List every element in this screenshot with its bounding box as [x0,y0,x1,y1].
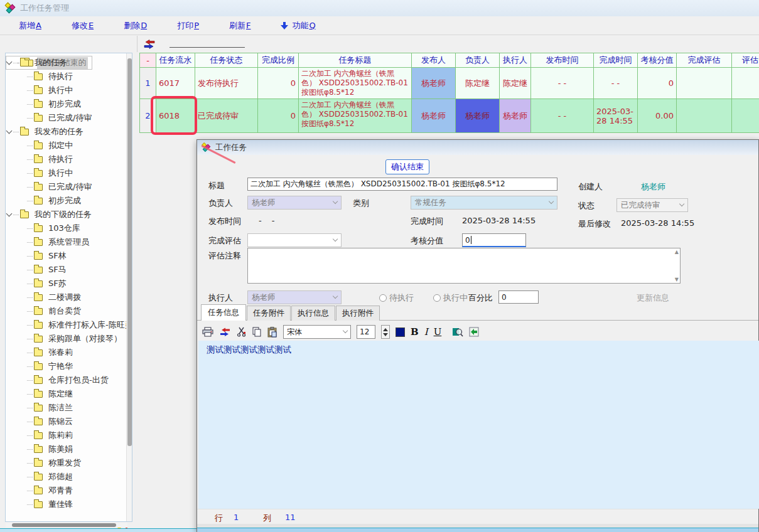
toolbar-button-F[interactable]: 刷新F [223,18,257,34]
tree-item[interactable]: 标准件打标入库-陈旺勇 [6,318,132,332]
table-header-cell[interactable]: 负责人 [456,53,500,68]
tree-item[interactable]: SF林 [6,249,132,263]
scrollbar-thumb[interactable] [127,58,132,446]
tree-item[interactable]: 陈莉莉 [6,428,132,442]
tree-item[interactable]: SF苏 [6,277,132,290]
table-header-cell[interactable]: 完成评估 [677,53,732,68]
underline-button[interactable]: U [434,326,442,338]
find-icon[interactable] [452,327,463,337]
table-cell[interactable]: 陈定继 [500,68,531,99]
tree-item[interactable]: 系统管理员 [6,235,132,249]
tab-1[interactable]: 任务信息 [201,304,246,321]
table-header-cell[interactable]: 任务标题 [299,53,412,68]
table-cell[interactable] [677,68,732,99]
table-header-cell[interactable]: 任务状态 [195,53,258,68]
editor-area[interactable]: 测试测试测试测试测试 [198,341,759,509]
table-cell[interactable]: - - [531,68,594,99]
toolbar-button-E[interactable]: 修改E [65,18,100,34]
table-cell[interactable]: 2025-03-28 14:55 [594,99,638,133]
table-cell[interactable]: 二次加工 内六角螺丝（铁黑色） XSDD250315002.TB-01 按图纸φ… [299,68,412,99]
table-cell[interactable]: 杨老师 [412,99,456,133]
table-cell[interactable]: 杨老师 [456,99,500,133]
tree-item[interactable]: 陈锦云 [6,415,132,428]
table-cell[interactable]: 已完成待审 [195,99,258,133]
toolbar-button-D[interactable]: 删除D [117,18,153,34]
score-input[interactable]: 0 [462,233,526,247]
filter-input-underline[interactable] [170,47,245,48]
tree-item[interactable]: 初步完成 [6,97,132,111]
paste-icon[interactable] [267,327,277,338]
eval-select[interactable] [247,233,342,247]
status-select[interactable]: 已完成待审 [616,198,688,212]
italic-button[interactable]: I [424,326,428,338]
tree-item[interactable]: 宁艳华 [6,359,132,373]
table-cell[interactable]: 0 [258,68,299,99]
tree-item[interactable]: 陈洁兰 [6,401,132,415]
bold-button[interactable]: B [411,326,419,338]
owner-select[interactable]: 杨老师 [247,196,342,210]
chevron-down-icon[interactable] [6,211,13,217]
table-header-cell[interactable]: - [140,53,156,68]
tree-item[interactable]: 103仓库 [6,221,132,235]
radio-pending[interactable]: 待执行 [379,292,414,304]
tab-3[interactable]: 执行信息 [291,306,335,321]
table-cell[interactable]: 二次加工 内六角螺丝（铁黑色） XSDD250315002.TB-01 按图纸φ… [299,99,412,133]
tree-item[interactable]: 郑德超 [6,470,132,484]
table-header-cell[interactable]: 完成比例 [258,53,299,68]
table-cell[interactable]: 6017 [156,68,195,99]
font-color-swatch[interactable] [396,327,405,337]
font-size-input[interactable]: 12 [357,325,375,339]
table-header-cell[interactable]: 考核分值 [638,53,677,68]
scroll-up-icon[interactable]: ▲ [675,249,679,255]
tree-item[interactable]: 我的下级的任务 [6,208,132,221]
tree-item[interactable]: 董佳锋 [6,497,132,511]
swap-icon[interactable] [219,327,231,336]
tree-item[interactable]: 张春莉 [6,346,132,359]
print-icon[interactable] [202,327,213,337]
table-cell[interactable]: 0 [638,68,677,99]
table-cell[interactable] [677,99,732,133]
category-select[interactable]: 常规任务 [411,196,557,210]
tree-item[interactable]: 采购跟单（对接琴） [6,332,132,346]
table-cell[interactable]: 0.00 [638,99,677,133]
chevron-down-icon[interactable] [6,128,13,134]
tree-item[interactable]: 称重发货 [6,456,132,470]
tree-item[interactable]: 我发布的任务 [6,125,132,139]
percent-input[interactable]: 0 [498,290,539,304]
font-family-select[interactable]: 宋体 [283,325,351,339]
cut-icon[interactable] [237,327,246,337]
toolbar-button-P[interactable]: 打印P [171,18,205,34]
table-header-cell[interactable]: 完成时间 [594,53,638,68]
tree-item[interactable]: 前台卖货 [6,304,132,318]
tree-item[interactable]: 执行中 [6,166,132,180]
table-cell[interactable]: 发布待执行 [195,68,258,99]
table-cell[interactable]: 杨老师 [412,68,456,99]
title-input[interactable]: 二次加工 内六角螺丝（铁黑色） XSDD250315002.TB-01 按图纸φ… [247,178,557,191]
chevron-down-icon[interactable] [6,59,13,65]
scroll-down-icon[interactable]: ▼ [675,277,679,282]
tree-item[interactable]: 二楼调拨 [6,290,132,304]
tree-item[interactable]: 我的任务 [6,56,132,70]
eval-note-textarea[interactable]: ▲ ▼ [247,248,681,284]
tree-vertical-scrollbar[interactable] [126,53,132,521]
tab-2[interactable]: 任务附件 [247,306,291,321]
swap-columns-icon[interactable] [143,40,156,49]
table-header-cell[interactable]: 评估 [732,53,759,68]
tree-item[interactable]: 拟定中 [6,139,132,152]
font-size-spinner[interactable] [381,325,390,339]
tree-item[interactable]: SF马 [6,263,132,277]
tree-item[interactable]: 陈美娟 [6,442,132,456]
tree-horizontal-scrollbar[interactable] [6,523,127,528]
tree-item[interactable]: 陈定继 [6,387,132,401]
table-header-cell[interactable]: 发布时间 [531,53,594,68]
tab-4[interactable]: 执行附件 [336,306,380,321]
tree-item[interactable]: 已完成/待审 [6,180,132,194]
table-cell[interactable] [732,68,759,99]
scrollbar-thumb[interactable] [12,523,116,527]
toolbar-button-Q[interactable]: 功能Q [274,18,321,34]
table-cell[interactable]: - - [531,99,594,133]
toolbar-button-A[interactable]: 新增A [13,18,48,34]
copy-icon[interactable] [252,327,262,337]
tree-item[interactable]: 待执行 [6,70,132,83]
tree-item[interactable]: 待执行 [6,152,132,166]
